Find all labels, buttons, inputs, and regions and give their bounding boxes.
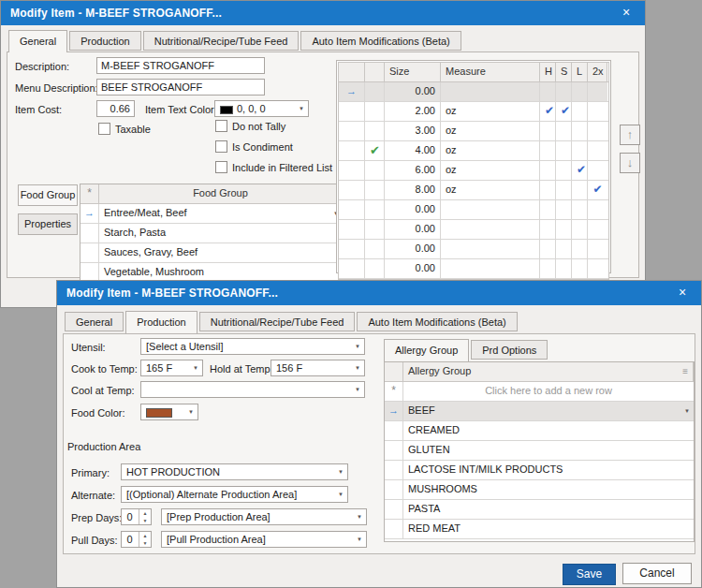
stepper-buttons[interactable]: ▲▼ bbox=[139, 509, 151, 524]
alternate-combo[interactable]: [(Optional) Alternate Production Area] ▼ bbox=[121, 486, 348, 503]
measure-cell[interactable] bbox=[441, 200, 540, 219]
size-cell[interactable]: 0.00 bbox=[385, 220, 441, 239]
meal-check-cell-2x[interactable] bbox=[588, 82, 607, 101]
size-grid-row[interactable]: 3.00oz bbox=[339, 122, 608, 141]
size-grid-row[interactable]: 8.00oz✔ bbox=[339, 181, 608, 200]
titlebar[interactable]: Modify Item - M-BEEF STROGANOFF... × bbox=[57, 281, 701, 305]
tab-auto-item-modifications-beta[interactable]: Auto Item Modifications (Beta) bbox=[300, 31, 461, 51]
allergy-row[interactable]: RED MEAT bbox=[385, 520, 694, 539]
size-cell[interactable]: 8.00 bbox=[385, 181, 441, 199]
meal-check-cell-s[interactable] bbox=[556, 240, 572, 258]
size-cell[interactable]: 0.00 bbox=[385, 200, 441, 219]
meal-check-cell-h[interactable] bbox=[540, 141, 556, 160]
size-grid-row[interactable]: 2.00oz✔✔ bbox=[339, 102, 608, 122]
hold-at-temp-combo[interactable]: 156 F ▼ bbox=[271, 360, 365, 376]
spin-down-icon[interactable]: ▼ bbox=[139, 539, 151, 547]
meal-check-cell-2x[interactable] bbox=[588, 102, 607, 121]
meal-check-cell-s[interactable] bbox=[556, 181, 572, 199]
allergy-cell[interactable]: RED MEAT bbox=[403, 520, 694, 538]
utensil-combo[interactable]: [Select a Utensil] ▼ bbox=[140, 338, 365, 355]
meal-check-cell-h[interactable] bbox=[540, 122, 556, 140]
allergy-row[interactable]: GLUTEN bbox=[385, 441, 694, 461]
prep-area-combo[interactable]: [Prep Production Area] ▼ bbox=[161, 508, 367, 525]
side-tab-food-group[interactable]: Food Group bbox=[18, 184, 78, 206]
cancel-button[interactable]: Cancel bbox=[622, 563, 692, 584]
close-icon[interactable]: × bbox=[667, 281, 697, 305]
sort-icon[interactable]: ≡ bbox=[682, 362, 688, 380]
tab-nutritional-recipe-tube-feed[interactable]: Nutritional/Recipe/Tube Feed bbox=[199, 312, 356, 331]
food-group-row[interactable]: Sauces, Gravy, Beef bbox=[80, 243, 343, 263]
measure-cell[interactable] bbox=[441, 220, 540, 239]
cool-at-temp-combo[interactable]: ▼ bbox=[140, 381, 365, 398]
size-cell[interactable]: 4.00 bbox=[385, 141, 441, 160]
tab-general[interactable]: General bbox=[8, 30, 67, 52]
allergy-row[interactable]: CREAMED bbox=[385, 421, 694, 441]
meal-check-cell-l[interactable]: ✔ bbox=[572, 161, 588, 180]
prep-days-stepper[interactable]: 0 ▲▼ bbox=[121, 508, 152, 525]
meal-check-cell-l[interactable] bbox=[572, 259, 588, 278]
meal-check-cell-2x[interactable] bbox=[588, 122, 607, 140]
meal-check-cell-h[interactable] bbox=[540, 240, 556, 258]
food-color-combo[interactable]: ▼ bbox=[140, 404, 198, 420]
food-group-cell[interactable]: Sauces, Gravy, Beef bbox=[99, 243, 343, 262]
allergy-cell[interactable]: MUSHROOMS bbox=[403, 480, 694, 499]
menu-description-input[interactable]: BEEF STROGANOFF bbox=[96, 79, 265, 96]
size-cell[interactable]: 6.00 bbox=[385, 161, 441, 180]
meal-check-cell-2x[interactable] bbox=[588, 161, 607, 180]
meal-check-cell-l[interactable] bbox=[572, 122, 588, 140]
size-grid-row[interactable]: ✔4.00oz bbox=[339, 141, 608, 161]
primary-combo[interactable]: HOT PRODUCTION ▼ bbox=[121, 463, 348, 480]
spin-up-icon[interactable]: ▲ bbox=[139, 532, 151, 539]
measure-cell[interactable] bbox=[441, 240, 540, 258]
pull-days-stepper[interactable]: 0 ▲▼ bbox=[121, 531, 152, 548]
meal-check-cell-s[interactable] bbox=[556, 82, 572, 101]
allergy-row[interactable]: LACTOSE INT/MILK PRODUCTS bbox=[385, 461, 694, 480]
taxable-checkbox[interactable] bbox=[98, 123, 110, 135]
meal-check-cell-l[interactable] bbox=[572, 82, 588, 101]
allergy-cell[interactable]: GLUTEN bbox=[403, 441, 694, 460]
measure-cell[interactable]: oz bbox=[441, 102, 540, 121]
is-condiment-checkbox[interactable] bbox=[215, 140, 227, 153]
tab-prd-options[interactable]: Prd Options bbox=[471, 340, 548, 360]
meal-check-cell-h[interactable] bbox=[540, 82, 556, 101]
meal-check-cell-s[interactable] bbox=[556, 259, 572, 278]
meal-check-cell-h[interactable] bbox=[540, 161, 556, 180]
allergy-cell[interactable]: PASTA bbox=[403, 500, 694, 519]
close-icon[interactable]: × bbox=[611, 1, 641, 25]
meal-check-cell-s[interactable] bbox=[556, 200, 572, 219]
chevron-down-icon[interactable]: ▼ bbox=[684, 403, 690, 420]
allergy-row[interactable]: →BEEF▼ bbox=[385, 402, 694, 421]
include-filtered-list-checkbox[interactable] bbox=[215, 161, 227, 173]
measure-cell[interactable] bbox=[441, 259, 540, 278]
tab-production[interactable]: Production bbox=[125, 311, 197, 333]
side-tab-properties[interactable]: Properties bbox=[18, 213, 78, 235]
meal-check-cell-h[interactable] bbox=[540, 259, 556, 278]
meal-check-cell-s[interactable] bbox=[556, 141, 572, 160]
size-cell[interactable]: 0.00 bbox=[385, 240, 441, 258]
allergy-row[interactable]: PASTA bbox=[385, 500, 694, 520]
meal-check-cell-l[interactable] bbox=[572, 240, 588, 258]
tab-production[interactable]: Production bbox=[69, 31, 141, 51]
food-group-row[interactable]: Starch, Pasta bbox=[80, 224, 343, 243]
meal-check-cell-2x[interactable] bbox=[588, 141, 607, 160]
move-down-button[interactable]: ↓ bbox=[620, 153, 640, 173]
meal-check-cell-2x[interactable] bbox=[588, 220, 607, 239]
size-grid-row[interactable]: 6.00oz✔ bbox=[339, 161, 608, 181]
food-group-cell[interactable]: Starch, Pasta bbox=[99, 224, 343, 243]
measure-cell[interactable]: oz bbox=[441, 181, 540, 199]
new-row-cell[interactable]: Click here to add a new row bbox=[403, 382, 694, 401]
allergy-column-header[interactable]: Allergy Group≡ bbox=[403, 362, 694, 381]
size-grid-row[interactable]: 0.00 bbox=[339, 220, 608, 240]
do-not-tally-checkbox[interactable] bbox=[215, 120, 227, 132]
tab-allergy-group[interactable]: Allergy Group bbox=[384, 339, 469, 361]
meal-check-cell-l[interactable] bbox=[572, 181, 588, 199]
size-grid-row[interactable]: 0.00 bbox=[339, 200, 608, 220]
size-cell[interactable]: 0.00 bbox=[385, 259, 441, 278]
meal-check-cell-l[interactable] bbox=[572, 102, 588, 121]
size-grid-row[interactable]: 0.00 bbox=[339, 259, 608, 279]
allergy-cell[interactable]: CREAMED bbox=[403, 421, 694, 440]
measure-cell[interactable]: oz bbox=[441, 141, 540, 160]
food-group-cell[interactable]: Entree/Meat, Beef▼ bbox=[99, 204, 343, 223]
tab-general[interactable]: General bbox=[65, 312, 124, 331]
spin-up-icon[interactable]: ▲ bbox=[139, 509, 151, 517]
